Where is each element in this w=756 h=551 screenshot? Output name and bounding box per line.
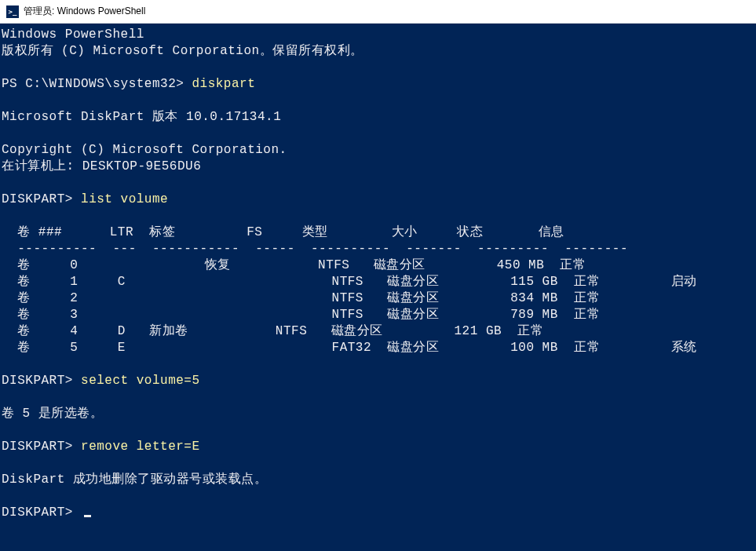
- table-row: 卷 2 NTFS 磁盘分区 834 MB 正常: [2, 291, 600, 305]
- diskpart-prompt-2: DISKPART>: [2, 192, 73, 206]
- msg-removed: DiskPart 成功地删除了驱动器号或装载点。: [2, 473, 267, 487]
- window-title: 管理员: Windows PowerShell: [24, 5, 145, 18]
- command-diskpart: diskpart: [192, 77, 255, 91]
- table-row: 卷 4 D 新加卷 NTFS 磁盘分区 121 GB 正常: [2, 324, 543, 338]
- command-list-volume: list volume: [81, 192, 168, 206]
- msg-volume-selected: 卷 5 是所选卷。: [2, 407, 103, 421]
- diskpart-computer: 在计算机上: DESKTOP-9E56DU6: [2, 159, 201, 173]
- command-remove-letter: remove letter=E: [81, 440, 200, 454]
- table-divider: ---------- --- ----------- ----- -------…: [2, 242, 628, 256]
- diskpart-prompt-5: DISKPART>: [2, 505, 73, 520]
- diskpart-version: Microsoft DiskPart 版本 10.0.17134.1: [2, 110, 281, 124]
- table-header: 卷 ### LTR 标签 FS 类型 大小 状态 信息: [2, 225, 564, 239]
- diskpart-prompt-4: DISKPART>: [2, 440, 73, 454]
- banner-line1: Windows PowerShell: [2, 27, 144, 42]
- ps-prompt-1: PS C:\WINDOWS\system32>: [2, 77, 184, 91]
- window-titlebar[interactable]: >_ 管理员: Windows PowerShell: [0, 0, 756, 24]
- powershell-icon: >_: [6, 5, 19, 18]
- diskpart-copyright: Copyright (C) Microsoft Corporation.: [2, 143, 287, 157]
- cursor: [84, 515, 91, 517]
- table-row: 卷 5 E FAT32 磁盘分区 100 MB 正常 系统: [2, 341, 697, 355]
- banner-line2: 版权所有 (C) Microsoft Corporation。保留所有权利。: [2, 44, 363, 58]
- table-row: 卷 3 NTFS 磁盘分区 789 MB 正常: [2, 308, 600, 322]
- terminal-area[interactable]: Windows PowerShell 版权所有 (C) Microsoft Co…: [0, 24, 756, 551]
- table-row: 卷 1 C NTFS 磁盘分区 115 GB 正常 启动: [2, 275, 697, 289]
- diskpart-prompt-3: DISKPART>: [2, 374, 73, 388]
- command-select-volume: select volume=5: [81, 374, 200, 388]
- table-row: 卷 0 恢复 NTFS 磁盘分区 450 MB 正常: [2, 258, 586, 272]
